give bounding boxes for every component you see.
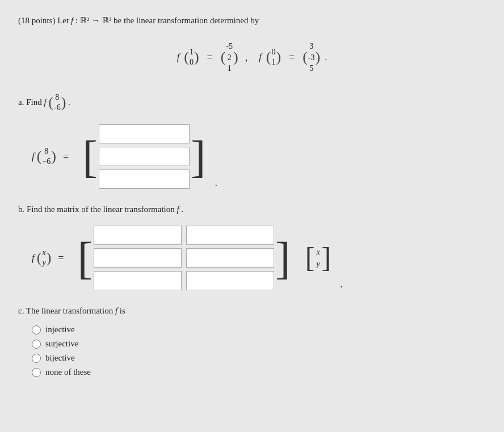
part-a-f-label: f (32, 151, 35, 162)
def1-output-col: -5 2 1 (226, 41, 233, 74)
part-b-label: b. Find the matrix of the linear transfo… (18, 205, 486, 214)
def2-out-3: 5 (308, 63, 315, 74)
part-b-f: f (177, 205, 179, 214)
part-b-x: x (42, 248, 45, 258)
def1-close-paren: ) (194, 50, 199, 65)
def1-input-col: 1 0 (190, 47, 194, 67)
part-b-left-bracket: [ (77, 223, 93, 293)
part-b-xy-vec: ( x y ) (37, 248, 52, 268)
def1-out-2: 2 (226, 52, 233, 63)
comma1: , (245, 52, 248, 63)
label-bijective: bijective (45, 353, 75, 363)
option-none[interactable]: none of these (32, 367, 486, 377)
option-injective[interactable]: injective (32, 325, 486, 334)
def2-output-col: 3 -3 5 (308, 41, 315, 74)
part-b-f-label: f (32, 252, 35, 264)
def1-equals: = (207, 52, 213, 63)
part-a-input-2[interactable] (99, 147, 190, 166)
part-a-vec-label: ( 8 −6 ) (37, 146, 56, 167)
part-b-input-1-2[interactable] (186, 226, 274, 245)
part-a-answer-row: f ( 8 −6 ) = [ ] . (32, 122, 486, 191)
def1-open-paren: ( (184, 50, 189, 65)
section-b: b. Find the matrix of the linear transfo… (18, 205, 486, 293)
part-a-input-col (99, 122, 190, 191)
part-c-f: f (115, 306, 117, 315)
part-b-answer-row: f ( x y ) = [ ] (32, 223, 486, 293)
part-a-answer-label: f ( 8 −6 ) = (32, 146, 73, 167)
part-a-vec-top: 8 (42, 146, 51, 156)
part-c-label: c. The linear transformation f is (18, 306, 486, 316)
part-a-period: . (215, 177, 217, 191)
def2-f: f (259, 52, 261, 62)
def2-open-paren: ( (266, 50, 271, 65)
label-none: none of these (45, 367, 91, 377)
part-a-input-3[interactable] (99, 170, 190, 189)
part-a-f: f (44, 97, 46, 106)
part-b-input-3-2[interactable] (186, 271, 274, 290)
section-a: a. Find f ( 8 -6 ) . f ( 8 −6 ) = (18, 92, 486, 191)
part-b-xy-y: y (316, 258, 320, 270)
def2-out-2: -3 (308, 52, 315, 63)
part-b-col2 (186, 223, 274, 293)
section-c: c. The linear transformation f is inject… (18, 306, 486, 377)
part-b-xy-left: [ (305, 247, 315, 269)
option-surjective[interactable]: surjective (32, 339, 486, 349)
def2-equals: = (289, 52, 295, 63)
problem-description: Let f : ℝ² → ℝ³ be the linear transforma… (57, 16, 259, 25)
part-a-vec-bot: −6 (42, 156, 51, 167)
def2-input-vec: ( 0 1 ) (266, 47, 281, 67)
part-a-label: a. Find f ( 8 -6 ) . (18, 92, 486, 113)
part-a-input-1[interactable] (99, 124, 190, 143)
part-b-y: y (42, 258, 45, 268)
part-a-input-matrix: [ ] (82, 122, 205, 191)
def1-input-bot: 0 (190, 57, 194, 67)
part-b-right-bracket: ] (275, 223, 291, 293)
problem-header: (18 points) Let f : ℝ² → ℝ³ be the linea… (18, 14, 486, 27)
def2-output-vec: ( 3 -3 5 ) (303, 41, 320, 74)
radio-group: injective surjective bijective none of t… (32, 325, 486, 377)
part-b-input-3-1[interactable] (94, 271, 182, 290)
label-surjective: surjective (45, 339, 78, 349)
radio-injective[interactable] (32, 325, 41, 334)
def1-out-3: 1 (226, 63, 233, 74)
def2-output-right-brace: ) (316, 50, 321, 65)
part-a-left-bracket: [ (82, 122, 98, 191)
trailing-dot: . (325, 52, 327, 62)
option-bijective[interactable]: bijective (32, 353, 486, 363)
part-b-input-2-1[interactable] (94, 248, 182, 268)
f-symbol: f (71, 16, 73, 25)
def2-close-paren: ) (276, 50, 281, 65)
part-b-input-2-2[interactable] (186, 248, 274, 268)
definition-area: f ( 1 0 ) = ( -5 2 1 ) , f ( 0 1 ) = ( 3… (18, 41, 486, 74)
def2-input-col: 0 1 (271, 47, 275, 67)
def2-output-left-brace: ( (303, 50, 308, 65)
def1-output-right-brace: ) (233, 50, 238, 65)
def1-input-vec: ( 1 0 ) (184, 47, 199, 67)
def1-output-left-brace: ( (221, 50, 226, 65)
part-b-input-1-1[interactable] (94, 226, 182, 245)
part-b-xy-inner: x y (314, 246, 321, 270)
def1-out-1: -5 (226, 41, 233, 52)
part-a-input-vec: ( 8 -6 ) (48, 92, 66, 113)
def2-input-top: 0 (271, 47, 275, 57)
part-a-right-bracket: ] (191, 122, 206, 191)
def1-f: f (177, 52, 179, 62)
part-b-xy-result: [ x y ] (305, 246, 331, 270)
def2-input-bot: 1 (271, 57, 275, 67)
part-b-period: . (340, 278, 343, 293)
points-label: (18 points) (18, 16, 55, 25)
part-b-xy-x: x (316, 246, 320, 258)
part-b-xy-right: ] (322, 247, 331, 269)
def2-out-1: 3 (308, 41, 315, 52)
radio-bijective[interactable] (32, 354, 41, 363)
part-b-col1 (94, 223, 182, 293)
def1-output-vec: ( -5 2 1 ) (221, 41, 238, 74)
part-b-input-matrix: [ ] (77, 223, 290, 293)
radio-none[interactable] (32, 368, 41, 377)
label-injective: injective (45, 325, 75, 334)
part-b-answer-label: f ( x y ) = (32, 248, 68, 268)
radio-surjective[interactable] (32, 340, 41, 349)
def1-input-top: 1 (190, 47, 194, 57)
